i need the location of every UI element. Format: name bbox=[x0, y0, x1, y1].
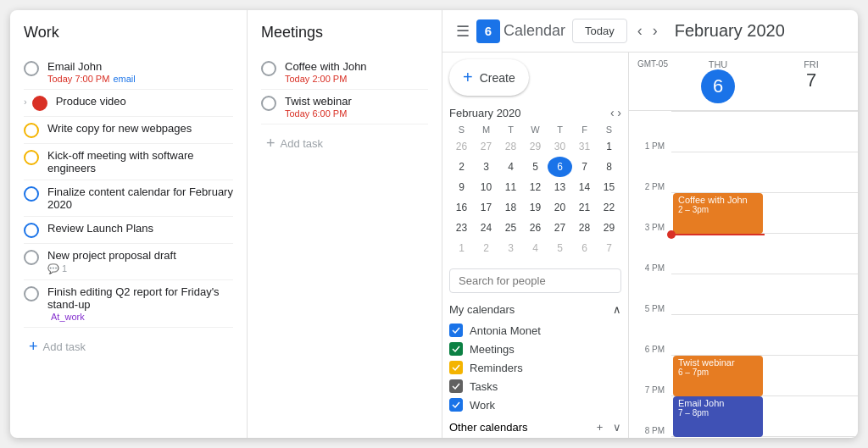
today-button[interactable]: Today bbox=[572, 19, 627, 43]
fri-cell[interactable] bbox=[765, 111, 858, 152]
hamburger-icon[interactable]: ☰ bbox=[456, 22, 470, 41]
fri-cell[interactable] bbox=[765, 274, 858, 314]
task-checkbox-produce-video[interactable] bbox=[32, 96, 47, 111]
nav-prev-button[interactable]: ‹ bbox=[634, 20, 646, 41]
other-cals-expand-icon[interactable]: ∨ bbox=[613, 421, 621, 434]
fri-cell[interactable] bbox=[765, 395, 858, 436]
thu-cell[interactable]: Email John7 – 8pm bbox=[671, 395, 765, 436]
task-checkbox-new-project[interactable] bbox=[24, 250, 39, 265]
mini-cal-day[interactable]: 28 bbox=[572, 218, 597, 238]
my-calendars-section[interactable]: My calendars ∧ bbox=[449, 303, 621, 316]
mini-cal-day[interactable]: 19 bbox=[523, 197, 548, 218]
mini-cal-day[interactable]: 3 bbox=[498, 238, 523, 258]
create-button[interactable]: + Create bbox=[449, 59, 529, 96]
other-calendars-section[interactable]: Other calendars + ∨ bbox=[449, 421, 621, 434]
task-kickoff[interactable]: Kick-off meeting with software engineers bbox=[24, 144, 233, 180]
mini-cal-day[interactable]: 8 bbox=[597, 157, 621, 177]
task-checkbox-kickoff[interactable] bbox=[24, 150, 39, 165]
nav-next-button[interactable]: › bbox=[649, 20, 661, 41]
mini-cal-day[interactable]: 10 bbox=[474, 177, 498, 197]
other-cals-add-icon[interactable]: + bbox=[597, 421, 604, 434]
fri-cell[interactable] bbox=[765, 314, 858, 355]
task-finish-editing[interactable]: Finish editing Q2 report for Friday's st… bbox=[24, 280, 233, 328]
expand-icon[interactable]: › bbox=[24, 97, 27, 107]
thu-cell[interactable] bbox=[671, 314, 765, 355]
mini-cal-day[interactable]: 6 bbox=[572, 238, 597, 258]
mini-cal-day[interactable]: 27 bbox=[548, 218, 572, 238]
meeting-checkbox-twist[interactable] bbox=[261, 96, 276, 111]
mini-cal-day[interactable]: 31 bbox=[572, 136, 597, 157]
mini-cal-day[interactable]: 18 bbox=[498, 197, 523, 218]
cal-item-antonia[interactable]: Antonia Monet bbox=[449, 321, 621, 340]
day-header-fri[interactable]: FRI 7 bbox=[765, 53, 858, 110]
thu-cell[interactable] bbox=[671, 111, 765, 152]
mini-cal-day[interactable]: 21 bbox=[572, 197, 597, 218]
mini-cal-day[interactable]: 22 bbox=[597, 197, 621, 218]
meeting-coffee-john[interactable]: Coffee with John Today 2:00 PM bbox=[261, 55, 428, 90]
work-add-task-button[interactable]: + Add task bbox=[24, 331, 233, 362]
fri-cell[interactable] bbox=[765, 233, 858, 274]
mini-cal-day[interactable]: 16 bbox=[449, 197, 474, 218]
search-people-input[interactable] bbox=[449, 268, 621, 293]
mini-cal-day[interactable]: 17 bbox=[474, 197, 498, 218]
mini-cal-day[interactable]: 14 bbox=[572, 177, 597, 197]
cal-item-meetings[interactable]: Meetings bbox=[449, 340, 621, 358]
mini-cal-day[interactable]: 20 bbox=[548, 197, 572, 218]
calendar-event-email-john-event[interactable]: Email John7 – 8pm bbox=[673, 396, 763, 437]
mini-cal-day[interactable]: 2 bbox=[449, 157, 474, 177]
cal-item-reminders[interactable]: Reminders bbox=[449, 358, 621, 377]
task-write-copy[interactable]: Write copy for new webpages bbox=[24, 117, 233, 144]
task-checkbox-write-copy[interactable] bbox=[24, 123, 39, 138]
mini-cal-day[interactable]: 26 bbox=[523, 218, 548, 238]
task-checkbox-finish[interactable] bbox=[24, 286, 39, 301]
mini-cal-day[interactable]: 7 bbox=[572, 157, 597, 177]
mini-cal-day[interactable]: 3 bbox=[474, 157, 498, 177]
mini-cal-day[interactable]: 15 bbox=[597, 177, 621, 197]
mini-cal-day[interactable]: 28 bbox=[498, 136, 523, 157]
meeting-checkbox-coffee[interactable] bbox=[261, 61, 276, 76]
task-checkbox-email-john[interactable] bbox=[24, 61, 39, 76]
mini-cal-day[interactable]: 5 bbox=[523, 157, 548, 177]
fri-cell[interactable] bbox=[765, 355, 858, 395]
task-email-john[interactable]: Email John Today 7:00 PMemail bbox=[24, 55, 233, 90]
mini-cal-next[interactable]: › bbox=[617, 106, 621, 119]
mini-cal-day[interactable]: 13 bbox=[548, 177, 572, 197]
mini-cal-day[interactable]: 29 bbox=[597, 218, 621, 238]
cal-item-work[interactable]: Work bbox=[449, 395, 621, 414]
thu-cell[interactable]: Coffee with John2 – 3pm bbox=[671, 192, 765, 233]
mini-cal-day[interactable]: 5 bbox=[548, 238, 572, 258]
mini-cal-day[interactable]: 9 bbox=[449, 177, 474, 197]
mini-cal-day[interactable]: 25 bbox=[498, 218, 523, 238]
calendar-event-twist-event[interactable]: Twist webinar6 – 7pm bbox=[673, 356, 763, 396]
mini-cal-day[interactable]: 23 bbox=[449, 218, 474, 238]
mini-cal-day[interactable]: 1 bbox=[597, 136, 621, 157]
mini-cal-day[interactable]: 7 bbox=[597, 238, 621, 258]
task-produce-video[interactable]: › Produce video bbox=[24, 90, 233, 117]
mini-cal-day[interactable]: 1 bbox=[449, 238, 474, 258]
mini-cal-day[interactable]: 29 bbox=[523, 136, 548, 157]
mini-cal-day[interactable]: 26 bbox=[449, 136, 474, 157]
mini-cal-prev[interactable]: ‹ bbox=[610, 106, 615, 119]
task-review-launch[interactable]: Review Launch Plans bbox=[24, 217, 233, 244]
task-checkbox-review[interactable] bbox=[24, 223, 39, 238]
thu-cell[interactable] bbox=[671, 233, 765, 274]
thu-cell[interactable] bbox=[671, 152, 765, 192]
task-checkbox-finalize[interactable] bbox=[24, 186, 39, 202]
mini-cal-day[interactable]: 6 bbox=[548, 157, 572, 177]
task-finalize-content[interactable]: Finalize content calendar for February 2… bbox=[24, 180, 233, 217]
day-header-thu[interactable]: THU 6 bbox=[671, 53, 765, 110]
mini-cal-day[interactable]: 24 bbox=[474, 218, 498, 238]
mini-cal-day[interactable]: 4 bbox=[523, 238, 548, 258]
mini-cal-day[interactable]: 12 bbox=[523, 177, 548, 197]
meetings-add-task-button[interactable]: + Add task bbox=[261, 128, 428, 159]
mini-cal-day[interactable]: 27 bbox=[474, 136, 498, 157]
meeting-twist-webinar[interactable]: Twist webinar Today 6:00 PM bbox=[261, 90, 428, 124]
fri-cell[interactable] bbox=[765, 436, 858, 438]
fri-cell[interactable] bbox=[765, 152, 858, 192]
thu-cell[interactable]: Twist webinar6 – 7pm bbox=[671, 355, 765, 395]
mini-cal-day[interactable]: 2 bbox=[474, 238, 498, 258]
mini-cal-day[interactable]: 11 bbox=[498, 177, 523, 197]
task-new-project[interactable]: New project proposal draft 💬 1 bbox=[24, 244, 233, 280]
fri-cell[interactable] bbox=[765, 192, 858, 233]
mini-cal-day[interactable]: 4 bbox=[498, 157, 523, 177]
